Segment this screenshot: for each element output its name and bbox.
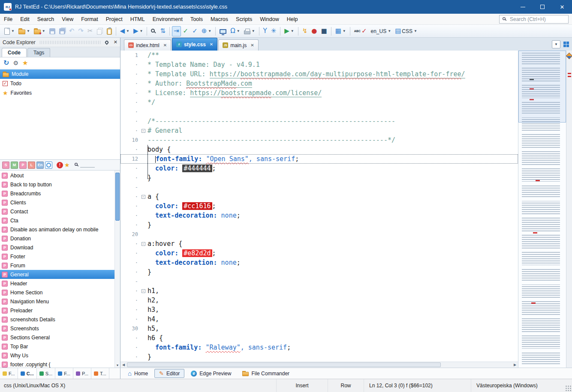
section-item[interactable]: PHeader bbox=[0, 279, 114, 288]
code-editor[interactable]: 1/**·* Template Name: Day - v4.9.1·* Tem… bbox=[120, 51, 518, 362]
search-input[interactable]: Search (Ctrl+H) bbox=[499, 15, 569, 24]
menu-view[interactable]: View bbox=[58, 15, 77, 24]
code-line[interactable]: · text-decoration: none; bbox=[120, 211, 518, 220]
scroll-right-icon[interactable]: ▶ bbox=[512, 363, 518, 367]
pin-icon[interactable] bbox=[104, 40, 109, 45]
addons-button[interactable]: ✳ bbox=[269, 26, 278, 36]
section-item[interactable]: PForum bbox=[0, 261, 114, 270]
panel-tab-F[interactable]: F... bbox=[55, 368, 73, 379]
fold-toggle[interactable]: - bbox=[140, 289, 146, 293]
macro-play-button[interactable]: ↯ bbox=[301, 26, 310, 36]
table-tools-button[interactable]: ▦▼ bbox=[334, 26, 348, 36]
code-line[interactable]: · color: #cc1616; bbox=[120, 201, 518, 211]
menu-scripts[interactable]: Scripts bbox=[232, 15, 256, 24]
code-line[interactable]: 10--------------------------------------… bbox=[120, 135, 518, 145]
code-line[interactable]: · bbox=[120, 107, 518, 117]
section-item[interactable]: Pfooter .copyright { bbox=[0, 360, 114, 368]
filter-l-button[interactable]: L bbox=[28, 162, 35, 169]
tab-close-icon[interactable]: ✕ bbox=[250, 43, 254, 48]
status-insert-mode[interactable]: Insert bbox=[276, 379, 328, 392]
syntax-select-button[interactable]: ▤CSS▼ bbox=[393, 26, 419, 36]
code-line[interactable]: ·} bbox=[120, 220, 518, 230]
sort-button[interactable]: ⇅ bbox=[158, 26, 167, 36]
panel-tab-F[interactable]: F... bbox=[0, 368, 18, 379]
home-button[interactable]: ⌂Home bbox=[123, 368, 153, 378]
browser-preview-button[interactable] bbox=[218, 26, 228, 36]
section-item[interactable]: PHome Section bbox=[0, 288, 114, 297]
navigate-back-button[interactable]: ◀▼ bbox=[118, 26, 131, 36]
sidebar-scrollbar[interactable]: ▼ bbox=[114, 171, 120, 368]
menu-file[interactable]: File bbox=[0, 15, 16, 24]
tree-item-favorites[interactable]: ★Favorites bbox=[0, 88, 120, 98]
menu-project[interactable]: Project bbox=[102, 15, 126, 24]
open-favorite-button[interactable]: ▼ bbox=[32, 26, 47, 36]
code-line[interactable]: ·* Template URL: https://bootstrapmade.c… bbox=[120, 69, 518, 79]
code-line[interactable]: ·* Template Name: Day - v4.9.1 bbox=[120, 60, 518, 69]
fold-minus-icon[interactable]: - bbox=[141, 195, 145, 199]
panel-tab-S[interactable]: S... bbox=[37, 368, 56, 379]
menu-search[interactable]: Search bbox=[33, 15, 58, 24]
section-item[interactable]: PDonation bbox=[0, 234, 114, 243]
sidebar-scrollbar-thumb[interactable] bbox=[115, 173, 120, 221]
open-file-button[interactable]: ▼ bbox=[17, 26, 32, 36]
section-item[interactable]: PNavigation Menu bbox=[0, 297, 114, 306]
menu-tools[interactable]: Tools bbox=[187, 15, 207, 24]
filter-en-button[interactable]: En bbox=[36, 162, 44, 169]
navigate-forward-button[interactable]: ▶▼ bbox=[132, 26, 145, 36]
fold-minus-icon[interactable]: - bbox=[141, 289, 145, 293]
panel-tab-P[interactable]: P... bbox=[73, 368, 91, 379]
edge-preview-button[interactable]: eEdge Preview bbox=[186, 369, 236, 378]
fold-minus-icon[interactable]: - bbox=[141, 242, 145, 246]
theme-diamond-icon[interactable] bbox=[566, 53, 572, 60]
close-button[interactable]: ✕ bbox=[552, 0, 572, 14]
menu-macros[interactable]: Macros bbox=[207, 15, 232, 24]
section-item[interactable]: PFooter bbox=[0, 252, 114, 261]
code-line[interactable]: ·body { bbox=[120, 145, 518, 154]
section-item[interactable]: PScreenshots bbox=[0, 324, 114, 333]
code-line[interactable]: · font-family: "Raleway", sans-serif; bbox=[120, 343, 518, 352]
section-item[interactable]: PDisable aos animation delay on mobile bbox=[0, 225, 114, 234]
section-item[interactable]: PBack to top button bbox=[0, 180, 114, 189]
errors-filter-icon[interactable]: ! bbox=[57, 162, 63, 168]
code-line[interactable]: ·} bbox=[120, 267, 518, 277]
minimap[interactable] bbox=[518, 51, 566, 368]
panel-tab-T[interactable]: T... bbox=[91, 368, 109, 379]
scroll-left-icon[interactable]: ◀ bbox=[120, 363, 126, 367]
filter-p-button[interactable]: P bbox=[19, 162, 27, 169]
filter-all-button[interactable] bbox=[45, 162, 52, 169]
code-line[interactable]: ·-h1, bbox=[120, 286, 518, 296]
status-selection-mode[interactable]: Row bbox=[328, 379, 364, 392]
fold-toggle[interactable]: - bbox=[140, 242, 146, 246]
run-button[interactable]: ▶▼ bbox=[283, 26, 295, 36]
layout-grid-icon[interactable] bbox=[563, 42, 569, 47]
menu-window[interactable]: Window bbox=[256, 15, 283, 24]
filter-s-button[interactable]: S bbox=[2, 162, 9, 169]
code-line[interactable]: ·h2, bbox=[120, 296, 518, 305]
document-tab-index.html[interactable]: <>index.html✕ bbox=[124, 39, 171, 51]
horizontal-scrollbar-thumb[interactable] bbox=[127, 362, 441, 367]
code-line[interactable]: ·* Author: BootstrapMade.com bbox=[120, 79, 518, 88]
menu-help[interactable]: Help bbox=[283, 15, 302, 24]
section-item[interactable]: PWhy Us bbox=[0, 351, 114, 360]
tab-close-icon[interactable]: ✕ bbox=[163, 43, 167, 48]
code-line[interactable]: - bbox=[120, 277, 518, 286]
panel-tab-C[interactable]: C... bbox=[18, 368, 37, 379]
web-tools-button[interactable]: ⊕▼ bbox=[200, 26, 214, 36]
spell-check-button[interactable]: ABC✓ bbox=[352, 26, 369, 36]
fold-toggle[interactable]: - bbox=[140, 129, 146, 133]
search-in-files-button[interactable] bbox=[149, 26, 158, 36]
tab-list-dropdown-button[interactable]: ▼ bbox=[552, 40, 560, 48]
favorites-filter-icon[interactable]: ★ bbox=[64, 162, 70, 168]
tree-item-module[interactable]: Module bbox=[0, 69, 120, 79]
section-item[interactable]: PCta bbox=[0, 216, 114, 225]
macro-record-button[interactable]: ● bbox=[310, 26, 319, 36]
section-search-field[interactable] bbox=[80, 163, 95, 168]
favorite-icon[interactable]: ★ bbox=[22, 59, 28, 67]
annotation-strip[interactable] bbox=[566, 51, 572, 368]
tab-code[interactable]: Code bbox=[2, 48, 27, 57]
section-item[interactable]: PContact bbox=[0, 207, 114, 216]
code-line[interactable]: · text-decoration: none; bbox=[120, 258, 518, 267]
code-line[interactable]: · color: #444444; bbox=[120, 164, 518, 173]
section-item[interactable]: PDownload bbox=[0, 243, 114, 252]
section-item[interactable]: PGeneral bbox=[0, 270, 114, 279]
